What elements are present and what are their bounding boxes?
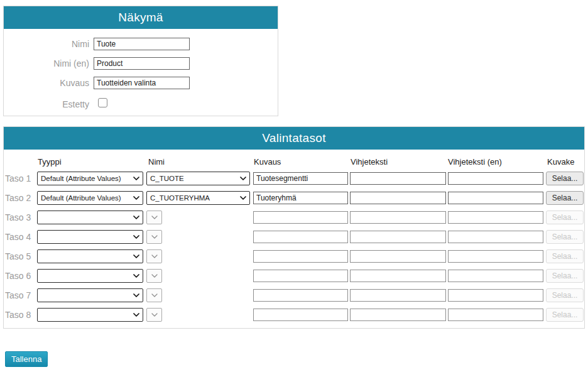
nakyma-panel-header: Näkymä bbox=[4, 6, 278, 29]
tyyppi-select[interactable] bbox=[37, 230, 143, 244]
chevron-down-icon bbox=[151, 254, 158, 258]
chevron-down-icon bbox=[151, 293, 158, 297]
valintatasot-panel-header: Valintatasot bbox=[4, 127, 584, 150]
vihjeteksti-cell-input[interactable] bbox=[350, 192, 446, 204]
kuvaus-cell-input bbox=[253, 289, 348, 302]
chevron-down-icon bbox=[151, 274, 158, 278]
column-header-kuvake: Kuvake bbox=[547, 157, 574, 167]
vihjeteksti-cell-input bbox=[350, 211, 446, 224]
field-row-estetty: Estetty bbox=[4, 97, 278, 109]
chevron-down-icon bbox=[240, 177, 246, 180]
page: Näkymä Nimi Nimi (en) Kuvaus Estetty Val… bbox=[0, 0, 588, 372]
column-header-kuvaus: Kuvaus bbox=[254, 157, 281, 167]
table-row: Taso 3 Selaa... bbox=[4, 211, 584, 224]
tyyppi-select[interactable] bbox=[37, 308, 143, 322]
table-row: Taso 5 Selaa... bbox=[4, 249, 584, 263]
nimi-select-disabled bbox=[146, 288, 162, 302]
column-header-tyyppi: Tyyppi bbox=[38, 157, 62, 167]
chevron-down-icon bbox=[133, 235, 139, 239]
vihjeteksti-en-cell-input bbox=[448, 211, 543, 224]
nimi-select-disabled bbox=[146, 269, 162, 283]
estetty-checkbox[interactable] bbox=[98, 98, 107, 107]
tyyppi-select-value: Default (Attribute Values) bbox=[41, 194, 131, 202]
valintatasot-panel: Valintatasot Tyyppi Nimi Kuvaus Vihjetek… bbox=[3, 126, 585, 329]
chevron-down-icon bbox=[133, 216, 139, 219]
column-header-vihjeteksti-en: Vihjeteksti (en) bbox=[448, 157, 502, 167]
nimi-select-disabled bbox=[146, 230, 162, 244]
vihjeteksti-en-cell-input bbox=[448, 231, 543, 243]
save-button[interactable]: Tallenna bbox=[5, 351, 48, 367]
table-row: Taso 2 Default (Attribute Values) C_TUOT… bbox=[4, 191, 584, 205]
browse-button[interactable]: Selaa... bbox=[546, 191, 584, 205]
nimi-select[interactable]: C_TUOTERYHMA bbox=[146, 191, 250, 205]
row-label: Taso 2 bbox=[5, 193, 31, 203]
nimi-en-input[interactable] bbox=[94, 57, 190, 70]
tyyppi-select[interactable]: Default (Attribute Values) bbox=[37, 172, 143, 185]
table-row: Taso 6 Selaa... bbox=[4, 269, 584, 283]
tyyppi-select[interactable] bbox=[37, 288, 143, 302]
tyyppi-select[interactable]: Default (Attribute Values) bbox=[37, 191, 143, 205]
vihjeteksti-en-cell-input bbox=[448, 270, 543, 282]
kuvaus-input[interactable] bbox=[94, 77, 190, 89]
nakyma-panel: Näkymä Nimi Nimi (en) Kuvaus Estetty bbox=[3, 6, 278, 116]
row-label: Taso 1 bbox=[5, 173, 31, 183]
row-label: Taso 8 bbox=[5, 310, 31, 320]
kuvaus-cell-input[interactable] bbox=[253, 192, 348, 204]
chevron-down-icon bbox=[240, 196, 246, 200]
vihjeteksti-cell-input bbox=[350, 231, 446, 243]
browse-button[interactable]: Selaa... bbox=[546, 172, 584, 185]
chevron-down-icon bbox=[133, 274, 139, 278]
nimi-select[interactable]: C_TUOTE bbox=[146, 172, 250, 185]
row-label: Taso 6 bbox=[5, 271, 31, 281]
kuvaus-cell-input bbox=[253, 231, 348, 243]
kuvaus-label: Kuvaus bbox=[4, 77, 89, 89]
field-row-kuvaus: Kuvaus bbox=[4, 77, 278, 89]
column-header-nimi: Nimi bbox=[148, 157, 165, 167]
valintatasot-panel-title: Valintatasot bbox=[262, 131, 325, 145]
browse-button: Selaa... bbox=[546, 288, 584, 302]
row-label: Taso 3 bbox=[5, 212, 31, 222]
vihjeteksti-cell-input[interactable] bbox=[350, 172, 446, 185]
chevron-down-icon bbox=[133, 313, 139, 317]
chevron-down-icon bbox=[133, 177, 139, 180]
nimi-select-value: C_TUOTERYHMA bbox=[150, 194, 237, 202]
nimi-label: Nimi bbox=[4, 38, 89, 50]
table-row: Taso 4 Selaa... bbox=[4, 230, 584, 244]
kuvaus-cell-input bbox=[253, 211, 348, 224]
nimi-en-label: Nimi (en) bbox=[4, 57, 89, 70]
tyyppi-select[interactable] bbox=[37, 269, 143, 283]
tyyppi-select-value: Default (Attribute Values) bbox=[41, 175, 131, 182]
browse-button: Selaa... bbox=[546, 269, 584, 283]
nimi-input[interactable] bbox=[94, 38, 190, 50]
browse-button: Selaa... bbox=[546, 308, 584, 322]
row-label: Taso 5 bbox=[5, 251, 31, 261]
chevron-down-icon bbox=[151, 216, 158, 219]
estetty-label: Estetty bbox=[4, 98, 89, 111]
tyyppi-select[interactable] bbox=[37, 211, 143, 224]
tyyppi-select[interactable] bbox=[37, 249, 143, 263]
vihjeteksti-en-cell-input[interactable] bbox=[448, 172, 543, 185]
nimi-select-disabled bbox=[146, 249, 162, 263]
kuvaus-cell-input bbox=[253, 250, 348, 263]
chevron-down-icon bbox=[151, 235, 158, 239]
table-row: Taso 1 Default (Attribute Values) C_TUOT… bbox=[4, 172, 584, 185]
vihjeteksti-cell-input bbox=[350, 250, 446, 263]
row-label: Taso 4 bbox=[5, 232, 31, 242]
vihjeteksti-cell-input bbox=[350, 289, 446, 302]
table-row: Taso 7 Selaa... bbox=[4, 288, 584, 302]
nimi-select-value: C_TUOTE bbox=[150, 175, 237, 182]
nimi-select-disabled bbox=[146, 211, 162, 224]
vihjeteksti-en-cell-input[interactable] bbox=[448, 192, 543, 204]
nimi-select-disabled bbox=[146, 308, 162, 322]
kuvaus-cell-input[interactable] bbox=[253, 172, 348, 185]
browse-button: Selaa... bbox=[546, 230, 584, 244]
column-header-vihjeteksti: Vihjeteksti bbox=[351, 157, 388, 167]
chevron-down-icon bbox=[133, 254, 139, 258]
browse-button: Selaa... bbox=[546, 249, 584, 263]
chevron-down-icon bbox=[133, 196, 139, 200]
nakyma-panel-title: Näkymä bbox=[118, 11, 163, 25]
vihjeteksti-cell-input bbox=[350, 270, 446, 282]
vihjeteksti-cell-input bbox=[350, 309, 446, 321]
chevron-down-icon bbox=[151, 313, 158, 317]
field-row-nimi: Nimi bbox=[4, 38, 278, 50]
